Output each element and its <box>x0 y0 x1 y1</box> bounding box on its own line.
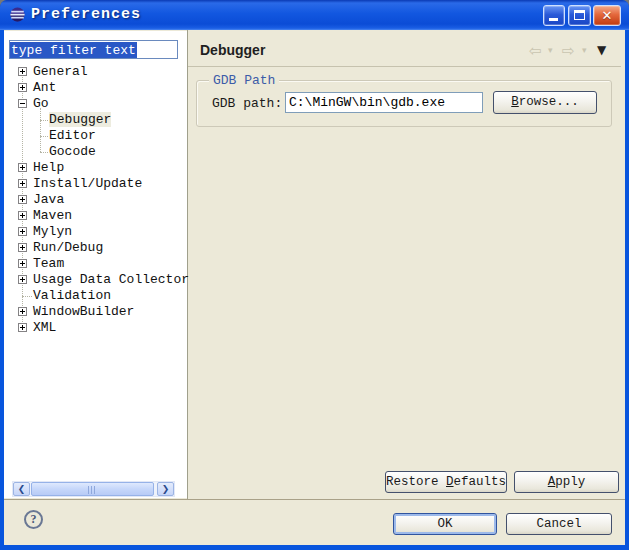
tree-item-xml[interactable]: XML <box>4 320 187 336</box>
tree-item-maven[interactable]: Maven <box>4 208 187 224</box>
tree-item-java[interactable]: Java <box>4 192 187 208</box>
filter-text-input[interactable]: type filter text <box>9 40 178 59</box>
tree-item-label: Help <box>33 160 64 175</box>
back-menu-icon[interactable]: ▾ <box>548 45 553 55</box>
expand-plus-icon[interactable] <box>18 67 27 76</box>
view-menu-icon[interactable]: ▼ <box>597 43 606 57</box>
tree-item-label: Debugger <box>49 112 111 127</box>
panel-sash[interactable] <box>187 30 188 500</box>
preferences-tree: GeneralAntGoDebuggerEditorGocodeHelpInst… <box>4 64 187 344</box>
ok-button[interactable]: OK <box>393 513 497 535</box>
tree-item-label: WindowBuilder <box>33 304 134 319</box>
header-separator <box>188 66 621 67</box>
window-title: Preferences <box>31 0 141 29</box>
scroll-right-icon[interactable]: ❯ <box>157 482 174 496</box>
maximize-icon[interactable] <box>568 5 591 26</box>
expand-plus-icon[interactable] <box>18 307 27 316</box>
tree-item-help[interactable]: Help <box>4 160 187 176</box>
help-icon[interactable]: ? <box>24 510 43 529</box>
tree-item-general[interactable]: General <box>4 64 187 80</box>
expand-plus-icon[interactable] <box>18 195 27 204</box>
expand-plus-icon[interactable] <box>18 323 27 332</box>
thumb-grip <box>88 486 97 494</box>
expand-plus-icon[interactable] <box>18 83 27 92</box>
gdb-path-label: GDB path: <box>212 96 282 111</box>
tree-item-team[interactable]: Team <box>4 256 187 272</box>
close-icon[interactable]: ✕ <box>593 5 621 26</box>
restore-defaults-button[interactable]: Restore Defaults <box>385 471 507 493</box>
scrollbar-thumb[interactable] <box>31 482 154 496</box>
tree-item-run-debug[interactable]: Run/Debug <box>4 240 187 256</box>
eclipse-logo-icon <box>10 7 25 22</box>
tree-item-go[interactable]: Go <box>4 96 187 112</box>
tree-item-label: Run/Debug <box>33 240 103 255</box>
tree-item-label: Mylyn <box>33 224 72 239</box>
tree-item-label: Install/Update <box>33 176 142 191</box>
tree-item-label: Ant <box>33 80 56 95</box>
gdb-path-input[interactable]: C:\MinGW\bin\gdb.exe <box>285 92 483 113</box>
filter-selected-text: type filter text <box>10 42 137 59</box>
forward-arrow-icon[interactable]: ⇨ <box>562 42 575 60</box>
expand-plus-icon[interactable] <box>18 179 27 188</box>
title-bar[interactable]: Preferences ✕ <box>0 0 629 30</box>
expand-plus-icon[interactable] <box>18 275 27 284</box>
back-arrow-icon[interactable]: ⇦ <box>529 42 542 60</box>
tree-item-editor[interactable]: Editor <box>4 128 187 144</box>
tree-horizontal-scrollbar[interactable]: ❮ ❯ <box>12 481 175 497</box>
tree-item-label: XML <box>33 320 56 335</box>
minimize-icon[interactable] <box>543 5 565 26</box>
cancel-button[interactable]: Cancel <box>506 513 612 535</box>
browse-button[interactable]: Browse... <box>493 91 597 114</box>
collapse-minus-icon[interactable] <box>18 99 27 108</box>
tree-item-debugger[interactable]: Debugger <box>4 112 187 128</box>
expand-plus-icon[interactable] <box>18 259 27 268</box>
expand-plus-icon[interactable] <box>18 243 27 252</box>
tree-item-label: Java <box>33 192 64 207</box>
expand-plus-icon[interactable] <box>18 211 27 220</box>
tree-item-label: Usage Data Collector <box>33 272 189 287</box>
tree-item-label: Maven <box>33 208 72 223</box>
apply-button[interactable]: Apply <box>514 471 619 493</box>
tree-item-label: Editor <box>49 128 96 143</box>
footer-separator <box>4 499 625 500</box>
tree-item-label: Go <box>33 96 49 111</box>
tree-item-gocode[interactable]: Gocode <box>4 144 187 160</box>
scroll-left-icon[interactable]: ❮ <box>13 482 30 496</box>
close-glyph: ✕ <box>594 6 620 25</box>
maximize-glyph <box>574 10 585 20</box>
tree-item-label: Validation <box>33 288 111 303</box>
tree-item-usage-data-collector[interactable]: Usage Data Collector <box>4 272 187 288</box>
gdb-path-group: GDB Path GDB path: C:\MinGW\bin\gdb.exe … <box>196 80 612 127</box>
forward-menu-icon[interactable]: ▾ <box>582 45 587 55</box>
tree-item-windowbuilder[interactable]: WindowBuilder <box>4 304 187 320</box>
minimize-glyph <box>549 18 558 21</box>
tree-item-label: General <box>33 64 88 79</box>
page-title: Debugger <box>200 42 265 58</box>
expand-plus-icon[interactable] <box>18 163 27 172</box>
tree-item-label: Gocode <box>49 144 96 159</box>
group-title: GDB Path <box>209 73 279 88</box>
preferences-dialog: Preferences ✕ type filter text GeneralAn… <box>0 0 629 550</box>
tree-item-install-update[interactable]: Install/Update <box>4 176 187 192</box>
tree-item-validation[interactable]: Validation <box>4 288 187 304</box>
tree-item-ant[interactable]: Ant <box>4 80 187 96</box>
tree-item-mylyn[interactable]: Mylyn <box>4 224 187 240</box>
tree-item-label: Team <box>33 256 64 271</box>
expand-plus-icon[interactable] <box>18 227 27 236</box>
